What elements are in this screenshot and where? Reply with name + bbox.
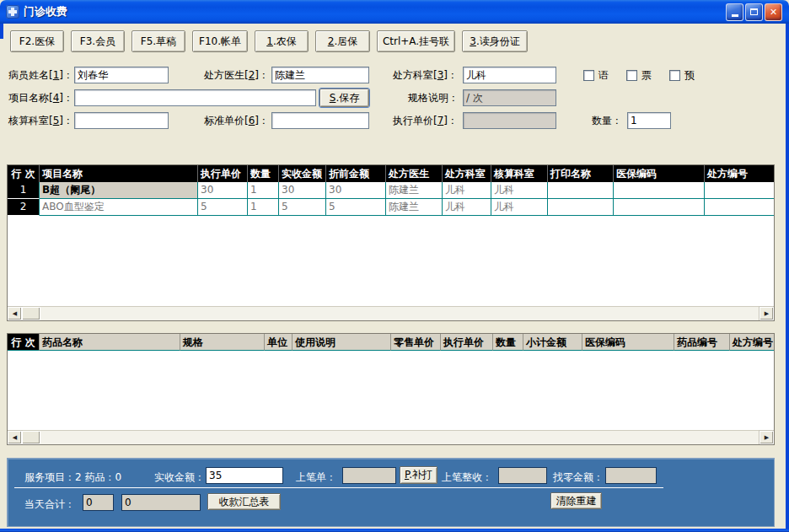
exec-price-input	[463, 112, 556, 129]
scroll-right-button[interactable]: ▶	[759, 307, 774, 320]
save-button[interactable]: S.保存	[319, 89, 369, 107]
toolbar-button-jubao[interactable]: 2.居保	[315, 30, 370, 52]
qty-input[interactable]	[627, 112, 671, 129]
toolbar-button-zhangdan[interactable]: F10.帐单	[192, 30, 248, 52]
column-header: 药品编号	[674, 334, 730, 351]
today-total-amount-input	[121, 494, 201, 511]
table-cell: 2	[8, 199, 40, 216]
toolbar-button-dushenfenzheng[interactable]: 3.读身份证	[462, 30, 528, 52]
scroll-left-button[interactable]: ◀	[8, 307, 22, 320]
column-header: 处方科室	[443, 165, 491, 182]
column-header: 单位	[265, 334, 293, 351]
counts-text: 服务项目：2 药品：0	[24, 469, 121, 486]
doctor-input[interactable]	[271, 67, 369, 83]
table-cell	[614, 199, 705, 216]
today-total-label: 当天合计：	[24, 496, 75, 513]
column-header: 执行单价	[198, 165, 248, 182]
maximize-button[interactable]	[745, 3, 763, 21]
dept-label: 处方科室[3]：	[393, 67, 458, 83]
change-label: 找零金额：	[553, 469, 604, 486]
scroll-right-button[interactable]: ▶	[759, 431, 774, 444]
window-title: 门诊收费	[24, 4, 67, 19]
table-cell	[614, 182, 705, 199]
medical-cross-icon	[6, 5, 19, 19]
titlebar: 门诊收费 ✕	[0, 0, 789, 24]
last-received-label: 上笔整收：	[442, 469, 492, 486]
table-cell: 5	[198, 199, 248, 216]
table-cell: 儿科	[491, 182, 548, 199]
std-price-input[interactable]	[271, 112, 369, 129]
table-cell: B超（阑尾）	[40, 182, 198, 199]
column-header: 核算科室	[491, 165, 548, 182]
table-cell: 30	[198, 182, 248, 199]
column-header: 医保编码	[582, 334, 674, 351]
close-button[interactable]: ✕	[765, 3, 782, 21]
spec-label: 规格说明：	[408, 89, 459, 106]
toolbar-button-yibao[interactable]: F2.医保	[10, 30, 64, 52]
scroll-track[interactable]	[40, 431, 759, 444]
table-cell	[548, 199, 614, 216]
table-row[interactable]: 1B超（阑尾）3013030陈建兰儿科儿科	[8, 182, 775, 199]
dept-input[interactable]	[463, 67, 556, 83]
table-cell	[548, 182, 614, 199]
drugs-horizontal-scrollbar[interactable]: ◀ ▶	[8, 430, 774, 444]
item-name-input[interactable]	[74, 89, 316, 106]
maximize-icon	[750, 8, 758, 15]
scroll-thumb[interactable]	[22, 307, 40, 320]
report-button[interactable]: 收款汇总表	[207, 493, 281, 510]
item-name-label: 项目名称[4]：	[8, 89, 73, 106]
checkbox-piao[interactable]	[626, 70, 637, 81]
table-cell	[705, 199, 775, 216]
drug-table: 行 次药品名称规格单位使用说明零售单价执行单价数量小计金额医保编码药品编号处方编…	[7, 333, 775, 445]
table-cell: 陈建兰	[386, 182, 443, 199]
column-header: 处方编号	[730, 334, 775, 351]
spec-input	[463, 89, 556, 106]
last-received-input	[498, 467, 547, 484]
scroll-thumb[interactable]	[22, 431, 40, 444]
column-header: 规格	[180, 334, 265, 351]
table-cell: 30	[279, 182, 326, 199]
column-header: 项目名称	[40, 165, 198, 182]
doctor-label: 处方医生[2]：	[204, 67, 269, 83]
column-header: 医保编码	[614, 165, 705, 182]
today-total-count-input	[83, 494, 114, 511]
received-amount-input[interactable]	[206, 467, 283, 484]
change-input	[605, 467, 657, 484]
minimize-icon	[732, 14, 738, 17]
column-header: 行 次	[8, 334, 40, 351]
checkbox-piao-label: 票	[641, 67, 652, 83]
scroll-left-button[interactable]: ◀	[8, 431, 22, 444]
close-icon: ✕	[770, 7, 777, 18]
summary-panel: 服务项目：2 药品：0 实收金额： 上笔单： P.补打 上笔整收： 找零金额： …	[7, 458, 775, 527]
panel-separator	[14, 487, 663, 488]
toolbar-button-huiyuan[interactable]: F3.会员	[71, 30, 125, 52]
minimize-button[interactable]	[726, 3, 743, 21]
table-cell: 儿科	[443, 199, 491, 216]
table-cell	[705, 182, 775, 199]
checkbox-yu[interactable]	[583, 70, 594, 81]
last-bill-label: 上笔单：	[296, 469, 336, 486]
rebuild-button[interactable]: 清除重建	[550, 492, 602, 509]
std-price-label: 标准单价[6]：	[204, 112, 269, 129]
table-cell: 1	[248, 199, 279, 216]
items-horizontal-scrollbar[interactable]: ◀ ▶	[8, 306, 774, 320]
column-header: 打印名称	[548, 165, 614, 182]
table-cell: 1	[8, 182, 40, 199]
toolbar-button-guahaolian[interactable]: Ctrl+A.挂号联	[377, 30, 455, 52]
table-header-row: 行 次项目名称执行单价数量实收金额折前金额处方医生处方科室核算科室打印名称医保编…	[8, 165, 775, 182]
acct-dept-input[interactable]	[74, 112, 169, 129]
window-border-left	[0, 22, 3, 39]
window-border-bottom	[0, 529, 789, 532]
toolbar-button-caogao[interactable]: F5.草稿	[132, 30, 185, 52]
window-controls: ✕	[726, 3, 789, 21]
toolbar-button-nongbao[interactable]: 1.农保	[255, 30, 309, 52]
window-border-right	[786, 22, 789, 532]
checkbox-yu2-label: 预	[684, 67, 695, 83]
checkbox-yu2[interactable]	[669, 70, 680, 81]
reprint-button[interactable]: P.补打	[400, 466, 437, 484]
exec-price-label: 执行单价[7]：	[393, 112, 458, 129]
patient-name-input[interactable]	[74, 67, 169, 83]
column-header: 数量	[248, 165, 279, 182]
table-row[interactable]: 2ABO血型鉴定5155陈建兰儿科儿科	[8, 199, 775, 216]
scroll-track[interactable]	[40, 307, 759, 320]
